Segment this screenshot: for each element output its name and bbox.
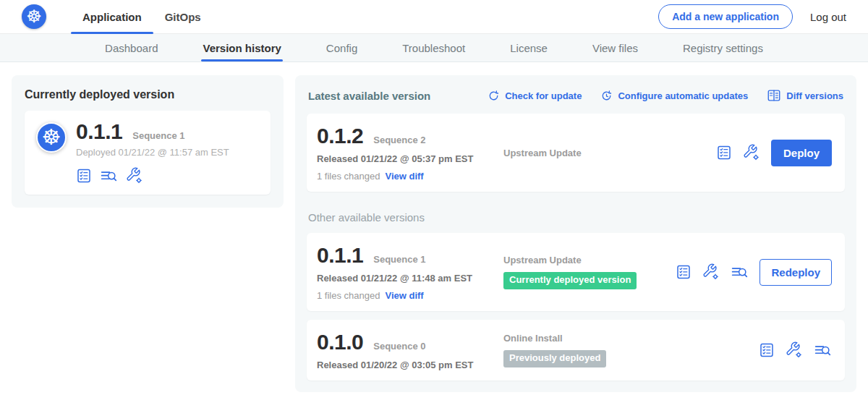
deployed-version-card: ☸ 0.1.1 Sequence 1 Deployed 01/21/22 @ 1… (25, 111, 271, 195)
app-subnav: Dashboard Version history Config Trouble… (0, 34, 868, 62)
sequence-label: Sequence 0 (373, 341, 425, 352)
deployed-timestamp: Deployed 01/21/22 @ 11:57 am EST (76, 147, 229, 158)
latest-version-title: Latest available version (308, 90, 430, 102)
subnav-item-license[interactable]: License (509, 34, 549, 61)
add-application-button[interactable]: Add a new application (658, 4, 793, 29)
subnav-item-view-files[interactable]: View files (591, 34, 639, 61)
previously-deployed-badge: Previously deployed (503, 350, 606, 367)
deployed-version-info: 0.1.1 Sequence 1 Deployed 01/21/22 @ 11:… (76, 121, 229, 184)
version-row-0-1-1: 0.1.1 Sequence 1 Released 01/21/22 @ 11:… (307, 233, 845, 311)
version-row-0-1-0: 0.1.0 Sequence 0 Released 01/20/22 @ 03:… (307, 320, 845, 381)
sequence-label: Sequence 1 (373, 254, 425, 265)
header-right: Add a new application Log out (658, 4, 846, 29)
release-notes-icon[interactable] (716, 145, 732, 161)
version-actions (759, 341, 835, 359)
version-history-panel: Latest available version Check for updat… (295, 75, 856, 392)
release-notes-icon[interactable] (759, 342, 775, 358)
deploy-button[interactable]: Deploy (771, 140, 832, 166)
deployed-card-title: Currently deployed version (25, 88, 271, 101)
edit-config-icon[interactable] (786, 341, 803, 359)
deploy-logs-icon[interactable] (100, 168, 118, 184)
header-tab-gitops-label: GitOps (165, 11, 201, 23)
header-tabs: Application GitOps (71, 0, 213, 34)
version-actions: Deploy (716, 140, 835, 166)
version-number: 0.1.2 (317, 125, 363, 147)
deploy-logs-icon[interactable] (814, 342, 832, 359)
version-info: 0.1.0 Sequence 0 Released 01/20/22 @ 03:… (317, 330, 503, 370)
history-clock-icon (600, 90, 613, 102)
version-info: 0.1.1 Sequence 1 Released 01/21/22 @ 11:… (317, 243, 503, 301)
deploy-logs-icon[interactable] (731, 264, 749, 281)
currently-deployed-badge: Currently deployed version (503, 272, 637, 289)
version-row-0-1-2: 0.1.2 Sequence 2 Released 01/21/22 @ 05:… (307, 114, 845, 192)
configure-automatic-updates-label: Configure automatic updates (618, 90, 748, 101)
released-timestamp: Released 01/21/22 @ 05:37 pm EST (317, 153, 503, 164)
version-number: 0.1.1 (317, 245, 363, 266)
subnav-item-version-history[interactable]: Version history (201, 34, 282, 61)
version-info: 0.1.2 Sequence 2 Released 01/21/22 @ 05:… (317, 124, 503, 182)
logout-button[interactable]: Log out (810, 11, 846, 23)
released-timestamp: Released 01/21/22 @ 11:48 am EST (317, 273, 503, 284)
version-status: Upstream Update Currently deployed versi… (503, 255, 676, 289)
other-versions-title: Other available versions (308, 211, 843, 224)
released-timestamp: Released 01/20/22 @ 03:05 pm EST (317, 360, 503, 370)
files-changed-label: 1 files changed (317, 290, 380, 301)
sequence-label: Sequence 2 (373, 135, 425, 145)
edit-config-icon[interactable] (126, 167, 143, 184)
deployed-sequence-label: Sequence 1 (132, 130, 184, 141)
release-notes-icon[interactable] (76, 168, 92, 184)
edit-config-icon[interactable] (743, 144, 760, 161)
application-icon: ☸ (36, 122, 67, 153)
header-tab-application[interactable]: Application (71, 0, 153, 34)
header-tab-gitops[interactable]: GitOps (153, 0, 213, 34)
view-diff-link[interactable]: View diff (385, 290, 423, 301)
subnav-item-dashboard[interactable]: Dashboard (103, 34, 159, 61)
configure-automatic-updates-link[interactable]: Configure automatic updates (600, 88, 748, 103)
currently-deployed-card: Currently deployed version ☸ 0.1.1 Seque… (12, 75, 284, 208)
subnav-items: Dashboard Version history Config Trouble… (103, 34, 765, 61)
panel-header: Latest available version Check for updat… (308, 88, 843, 103)
files-changed-label: 1 files changed (317, 171, 380, 182)
deployed-version-number: 0.1.1 (76, 121, 122, 143)
header-tab-application-label: Application (82, 11, 142, 23)
kubernetes-logo-icon: ☸ (22, 4, 46, 29)
release-notes-icon[interactable] (676, 264, 692, 280)
app-header: ☸ Application GitOps Add a new applicati… (0, 0, 868, 34)
refresh-icon (488, 90, 500, 102)
diff-versions-label: Diff versions (786, 90, 843, 101)
subnav-item-config[interactable]: Config (325, 34, 359, 61)
source-label: Upstream Update (503, 148, 716, 158)
redeploy-button[interactable]: Redeploy (760, 259, 832, 286)
version-status: Online Install Previously deployed (503, 333, 759, 367)
version-number: 0.1.0 (317, 331, 363, 353)
source-label: Upstream Update (503, 255, 676, 265)
version-status: Upstream Update (503, 148, 716, 158)
diff-icon (767, 88, 781, 103)
main-content: Currently deployed version ☸ 0.1.1 Seque… (0, 62, 868, 405)
check-for-update-label: Check for update (505, 90, 582, 101)
edit-config-icon[interactable] (702, 263, 720, 281)
view-diff-link[interactable]: View diff (385, 171, 423, 182)
diff-versions-link[interactable]: Diff versions (767, 88, 843, 103)
version-actions: Redeploy (676, 259, 835, 286)
panel-actions: Check for update Configure automatic upd… (488, 88, 843, 103)
subnav-item-registry-settings[interactable]: Registry settings (681, 34, 765, 61)
check-for-update-link[interactable]: Check for update (488, 88, 582, 103)
subnav-item-troubleshoot[interactable]: Troubleshoot (401, 34, 467, 61)
source-label: Online Install (503, 333, 759, 344)
